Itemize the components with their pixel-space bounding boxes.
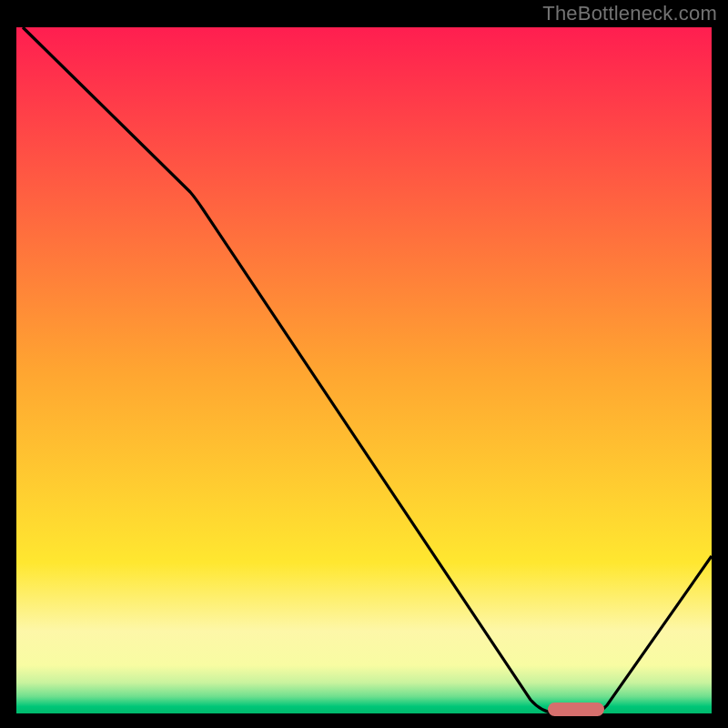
- bottleneck-chart: [0, 0, 728, 728]
- watermark-text: TheBottleneck.com: [542, 2, 717, 25]
- optimal-marker: [548, 703, 604, 716]
- chart-frame: TheBottleneck.com: [0, 0, 728, 728]
- gradient-background: [16, 27, 712, 713]
